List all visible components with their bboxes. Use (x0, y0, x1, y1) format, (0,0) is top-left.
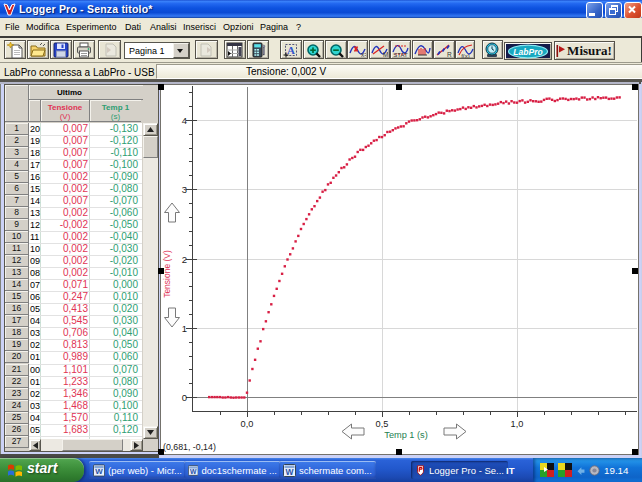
svg-text:Temp 1 (s): Temp 1 (s) (384, 430, 427, 440)
svg-text:0,0: 0,0 (241, 419, 254, 429)
svg-text:R=: R= (447, 51, 452, 58)
svg-text:2: 2 (182, 254, 187, 265)
svg-text:1: 1 (182, 323, 187, 334)
svg-text:W: W (190, 467, 197, 474)
svg-text:M=: M= (383, 51, 388, 58)
svg-text:f(x): f(x) (461, 52, 470, 58)
svg-text:0: 0 (182, 392, 187, 403)
svg-text:1,0: 1,0 (511, 419, 524, 429)
svg-text:A: A (287, 44, 295, 56)
svg-text:x=: x= (361, 51, 366, 58)
svg-text:4: 4 (182, 115, 187, 126)
svg-text:W: W (95, 467, 103, 476)
svg-text:3: 3 (182, 184, 187, 195)
svg-text:STAT: STAT (393, 52, 408, 58)
svg-text:0,5: 0,5 (376, 419, 389, 429)
svg-text:(0,681, -0,14): (0,681, -0,14) (163, 442, 216, 452)
svg-text:LabPro: LabPro (513, 46, 542, 56)
svg-text:W: W (285, 466, 294, 476)
